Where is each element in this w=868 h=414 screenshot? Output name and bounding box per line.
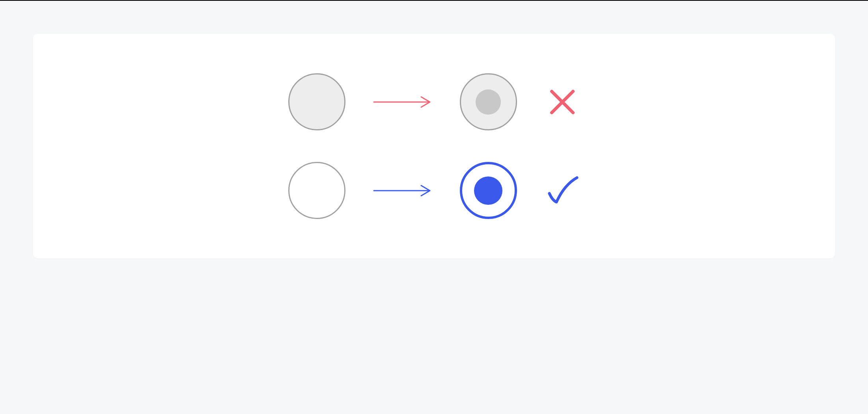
arrow-right-icon — [373, 185, 432, 197]
arrow-right-icon — [373, 96, 432, 108]
row-correct — [288, 162, 580, 219]
radio-unselected-white — [288, 162, 345, 219]
check-icon — [545, 173, 580, 208]
page-frame — [0, 0, 868, 258]
radio-unselected-gray-filled — [288, 73, 345, 130]
verdict-incorrect — [545, 88, 580, 116]
verdict-correct — [545, 173, 580, 208]
arrow-incorrect — [373, 96, 432, 108]
arrow-correct — [373, 185, 432, 197]
example-card — [33, 34, 835, 258]
radio-selected-blue — [460, 162, 517, 219]
radio-inner-dot-blue — [474, 176, 502, 205]
row-incorrect — [288, 73, 580, 130]
x-icon — [549, 88, 576, 116]
radio-inner-dot-gray — [476, 89, 501, 115]
radio-selected-gray — [460, 73, 517, 130]
